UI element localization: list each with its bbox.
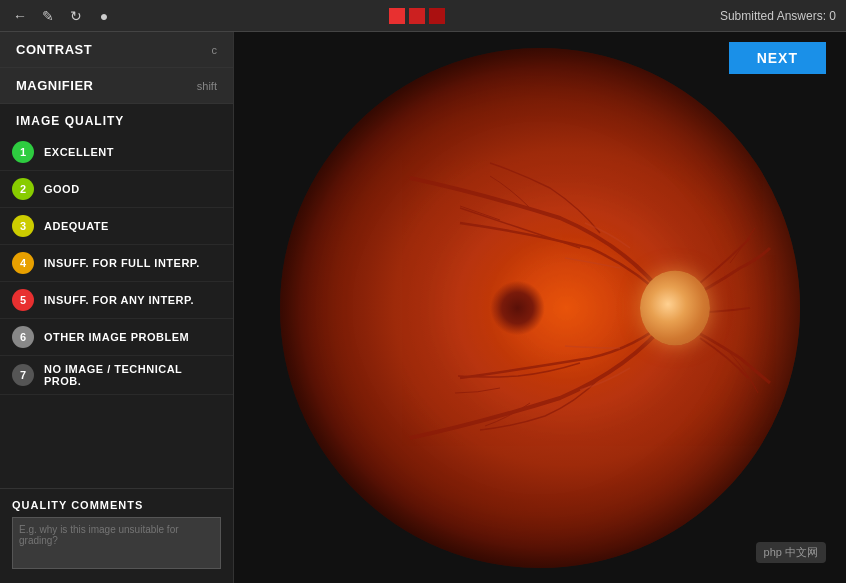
quality-badge-5: 5 bbox=[12, 289, 34, 311]
quality-badge-2: 2 bbox=[12, 178, 34, 200]
image-quality-title: IMAGE QUALITY bbox=[0, 104, 233, 134]
quality-item-2[interactable]: 2GOOD bbox=[0, 171, 233, 208]
sidebar: CONTRAST c MAGNIFIER shift IMAGE QUALITY… bbox=[0, 32, 234, 583]
magnifier-tool[interactable]: MAGNIFIER shift bbox=[0, 68, 233, 104]
quality-comments-section: QUALITY COMMENTS bbox=[0, 488, 233, 583]
color-indicators bbox=[389, 8, 445, 24]
main-layout: CONTRAST c MAGNIFIER shift IMAGE QUALITY… bbox=[0, 32, 846, 583]
watermark: php 中文网 bbox=[756, 542, 826, 563]
magnifier-label: MAGNIFIER bbox=[16, 78, 93, 93]
quality-item-3[interactable]: 3ADEQUATE bbox=[0, 208, 233, 245]
quality-comments-input[interactable] bbox=[12, 517, 221, 569]
quality-badge-3: 3 bbox=[12, 215, 34, 237]
quality-item-6[interactable]: 6OTHER IMAGE PROBLEM bbox=[0, 319, 233, 356]
submitted-answers: Submitted Answers: 0 bbox=[720, 9, 836, 23]
quality-label-3: ADEQUATE bbox=[44, 220, 109, 232]
quality-item-5[interactable]: 5INSUFF. FOR ANY INTERP. bbox=[0, 282, 233, 319]
retinal-image bbox=[280, 48, 800, 568]
magnifier-shortcut: shift bbox=[197, 80, 217, 92]
quality-item-4[interactable]: 4INSUFF. FOR FULL INTERP. bbox=[0, 245, 233, 282]
macula bbox=[490, 280, 545, 335]
quality-label-6: OTHER IMAGE PROBLEM bbox=[44, 331, 189, 343]
quality-badge-6: 6 bbox=[12, 326, 34, 348]
image-area: NEXT bbox=[234, 32, 846, 583]
quality-item-1[interactable]: 1EXCELLENT bbox=[0, 134, 233, 171]
quality-label-5: INSUFF. FOR ANY INTERP. bbox=[44, 294, 194, 306]
color-square-2 bbox=[409, 8, 425, 24]
quality-label-1: EXCELLENT bbox=[44, 146, 114, 158]
quality-label-2: GOOD bbox=[44, 183, 80, 195]
color-square-1 bbox=[389, 8, 405, 24]
topbar-left: ← ✎ ↻ ● bbox=[10, 6, 114, 26]
contrast-tool[interactable]: CONTRAST c bbox=[0, 32, 233, 68]
optic-disc bbox=[640, 270, 710, 345]
quality-list: 1EXCELLENT2GOOD3ADEQUATE4INSUFF. FOR FUL… bbox=[0, 134, 233, 488]
color-square-3 bbox=[429, 8, 445, 24]
quality-badge-4: 4 bbox=[12, 252, 34, 274]
pencil-icon[interactable]: ✎ bbox=[38, 6, 58, 26]
quality-comments-title: QUALITY COMMENTS bbox=[12, 499, 221, 511]
contrast-shortcut: c bbox=[212, 44, 218, 56]
quality-item-7[interactable]: 7NO IMAGE / TECHNICAL PROB. bbox=[0, 356, 233, 395]
quality-badge-1: 1 bbox=[12, 141, 34, 163]
refresh-icon[interactable]: ↻ bbox=[66, 6, 86, 26]
contrast-label: CONTRAST bbox=[16, 42, 92, 57]
settings-icon[interactable]: ● bbox=[94, 6, 114, 26]
quality-label-4: INSUFF. FOR FULL INTERP. bbox=[44, 257, 200, 269]
arrow-icon[interactable]: ← bbox=[10, 6, 30, 26]
quality-label-7: NO IMAGE / TECHNICAL PROB. bbox=[44, 363, 221, 387]
quality-badge-7: 7 bbox=[12, 364, 34, 386]
topbar: ← ✎ ↻ ● Submitted Answers: 0 bbox=[0, 0, 846, 32]
